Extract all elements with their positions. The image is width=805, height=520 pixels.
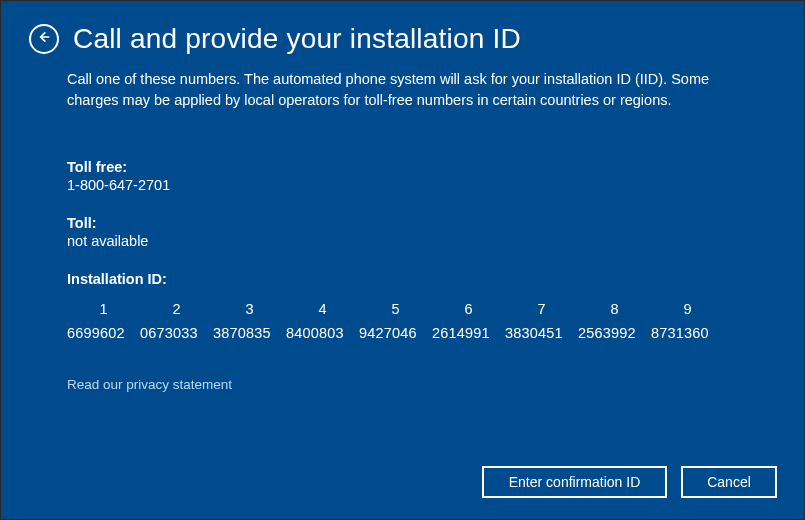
arrow-left-icon	[36, 29, 52, 49]
page-title: Call and provide your installation ID	[73, 23, 521, 55]
installation-id-value: 2614991	[432, 325, 505, 341]
installation-id-index: 7	[505, 301, 578, 317]
installation-id-value: 2563992	[578, 325, 651, 341]
back-button[interactable]	[29, 24, 59, 54]
installation-id-column: 33870835	[213, 301, 286, 341]
installation-id-index: 4	[286, 301, 359, 317]
privacy-link[interactable]: Read our privacy statement	[67, 377, 232, 392]
installation-id-column: 59427046	[359, 301, 432, 341]
installation-id-value: 8731360	[651, 325, 724, 341]
installation-id-section: Installation ID: 16699602206730333387083…	[67, 271, 738, 341]
toll-free-value: 1-800-647-2701	[67, 177, 738, 193]
installation-id-value: 3870835	[213, 325, 286, 341]
installation-id-value: 0673033	[140, 325, 213, 341]
installation-id-column: 62614991	[432, 301, 505, 341]
installation-id-column: 16699602	[67, 301, 140, 341]
toll-section: Toll: not available	[67, 215, 738, 249]
installation-id-index: 5	[359, 301, 432, 317]
installation-id-index: 1	[67, 301, 140, 317]
installation-id-index: 3	[213, 301, 286, 317]
installation-id-column: 98731360	[651, 301, 724, 341]
toll-free-section: Toll free: 1-800-647-2701	[67, 159, 738, 193]
cancel-button[interactable]: Cancel	[681, 466, 777, 498]
toll-label: Toll:	[67, 215, 738, 231]
installation-id-column: 48400803	[286, 301, 359, 341]
installation-id-index: 8	[578, 301, 651, 317]
description-text: Call one of these numbers. The automated…	[67, 69, 738, 111]
installation-id-label: Installation ID:	[67, 271, 738, 287]
installation-id-index: 9	[651, 301, 724, 317]
installation-id-column: 73830451	[505, 301, 578, 341]
installation-id-column: 82563992	[578, 301, 651, 341]
toll-value: not available	[67, 233, 738, 249]
installation-id-value: 8400803	[286, 325, 359, 341]
installation-id-column: 20673033	[140, 301, 213, 341]
toll-free-label: Toll free:	[67, 159, 738, 175]
enter-confirmation-id-button[interactable]: Enter confirmation ID	[482, 466, 667, 498]
installation-id-grid: 1669960220673033338708354840080359427046…	[67, 301, 738, 341]
installation-id-value: 9427046	[359, 325, 432, 341]
installation-id-index: 2	[140, 301, 213, 317]
installation-id-index: 6	[432, 301, 505, 317]
installation-id-value: 3830451	[505, 325, 578, 341]
installation-id-value: 6699602	[67, 325, 140, 341]
